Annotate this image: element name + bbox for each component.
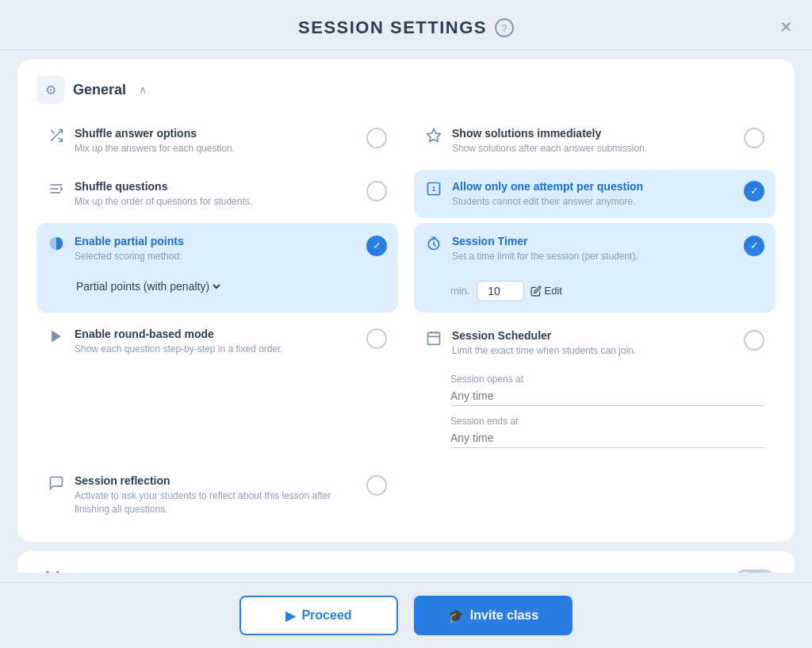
shuffle-answers-check[interactable] xyxy=(366,128,387,148)
session-timer-check[interactable]: ✓ xyxy=(744,236,764,256)
partial-points-check[interactable]: ✓ xyxy=(366,236,387,256)
partial-points-desc: Selected scoring method: xyxy=(75,250,357,263)
timer-edit-button[interactable]: Edit xyxy=(530,285,562,297)
setting-partial-points[interactable]: Enable partial points Selected scoring m… xyxy=(36,223,398,312)
shuffle-answers-name: Shuffle answer options xyxy=(75,126,357,140)
help-icon[interactable]: ? xyxy=(495,18,514,37)
proceed-label: Proceed xyxy=(301,608,351,623)
timer-input[interactable] xyxy=(477,281,524,301)
one-attempt-icon: 1 xyxy=(425,181,442,201)
svg-rect-7 xyxy=(428,332,440,344)
general-chevron[interactable]: ∧ xyxy=(139,83,147,96)
proceed-icon: ▶ xyxy=(285,608,295,623)
shuffle-questions-check[interactable] xyxy=(366,181,387,201)
partial-points-dropdown[interactable]: Partial points (with penalty) Partial po… xyxy=(73,279,223,293)
one-attempt-check[interactable]: ✓ xyxy=(744,181,764,201)
setting-show-solutions[interactable]: Show solutions immediately Show solution… xyxy=(414,117,776,165)
round-based-text: Enable round-based mode Show each questi… xyxy=(75,327,357,356)
gear-icon: ⚙ xyxy=(36,75,65,104)
seb-panel: 🦊 Safe Exam Browser ∨ xyxy=(17,551,795,573)
general-title: General xyxy=(73,82,126,98)
shuffle-answers-icon xyxy=(48,128,65,148)
proceed-button[interactable]: ▶ Proceed xyxy=(239,596,398,635)
seb-toggle[interactable] xyxy=(734,569,776,573)
session-scheduler-name: Session Scheduler xyxy=(452,328,734,343)
round-based-desc: Show each question step-by-step in a fix… xyxy=(75,343,357,356)
one-attempt-name: Allow only one attempt per question xyxy=(452,179,734,194)
shuffle-answers-text: Shuffle answer options Mix up the answer… xyxy=(75,126,357,155)
session-opens-input[interactable] xyxy=(450,386,764,406)
partial-points-icon xyxy=(48,236,65,255)
invite-class-button[interactable]: 🎓 Invite class xyxy=(414,596,573,635)
session-reflection-desc: Activate to ask your students to reflect… xyxy=(75,489,357,516)
timer-controls: min. Edit xyxy=(450,281,562,301)
general-panel: ⚙ General ∧ Shuffle answer options Mix u… xyxy=(17,59,795,542)
session-timer-text: Session Timer Set a time limit for the s… xyxy=(452,234,734,263)
session-reflection-icon xyxy=(48,475,65,495)
partial-points-text: Enable partial points Selected scoring m… xyxy=(75,234,357,263)
seb-toggle-switch[interactable] xyxy=(734,569,776,573)
settings-grid: Shuffle answer options Mix up the answer… xyxy=(36,117,776,526)
ends-label: Session ends at xyxy=(450,416,764,427)
one-attempt-desc: Students cannot edit their answer anymor… xyxy=(452,195,734,209)
session-reflection-text: Session reflection Activate to ask your … xyxy=(75,474,357,516)
session-timer-name: Session Timer xyxy=(452,234,734,248)
partial-points-name: Enable partial points xyxy=(75,234,357,248)
general-section-header: ⚙ General ∧ xyxy=(36,75,776,104)
toggle-knob xyxy=(737,572,754,573)
session-timer-icon xyxy=(425,236,442,255)
round-based-name: Enable round-based mode xyxy=(75,327,357,341)
setting-session-timer[interactable]: Session Timer Set a time limit for the s… xyxy=(414,223,776,312)
show-solutions-name: Show solutions immediately xyxy=(452,126,734,140)
opens-label: Session opens at xyxy=(450,374,764,385)
header-divider xyxy=(0,49,812,50)
round-based-check[interactable] xyxy=(366,328,387,349)
shuffle-questions-name: Shuffle questions xyxy=(75,179,357,194)
session-ends-input[interactable] xyxy=(450,428,764,448)
setting-session-reflection[interactable]: Session reflection Activate to ask your … xyxy=(36,464,398,526)
setting-round-based[interactable]: Enable round-based mode Show each questi… xyxy=(36,317,398,459)
dialog-header: SESSION SETTINGS ? ✕ xyxy=(0,0,812,49)
session-scheduler-check[interactable] xyxy=(744,330,764,351)
svg-text:1: 1 xyxy=(431,185,435,193)
setting-shuffle-answers[interactable]: Shuffle answer options Mix up the answer… xyxy=(36,117,398,165)
setting-one-attempt[interactable]: 1 Allow only one attempt per question St… xyxy=(414,170,776,218)
round-based-icon xyxy=(48,328,65,348)
svg-marker-6 xyxy=(52,330,61,342)
show-solutions-icon xyxy=(425,128,442,148)
session-reflection-name: Session reflection xyxy=(75,474,357,488)
seb-icon: 🦊 xyxy=(36,566,67,573)
close-button[interactable]: ✕ xyxy=(779,17,793,36)
shuffle-answers-desc: Mix up the answers for each question. xyxy=(75,142,357,155)
setting-shuffle-questions[interactable]: Shuffle questions Mix up the order of qu… xyxy=(36,170,398,218)
footer: ▶ Proceed 🎓 Invite class xyxy=(0,583,812,648)
session-scheduler-icon xyxy=(425,330,442,350)
timer-min-label: min. xyxy=(450,285,470,297)
one-attempt-text: Allow only one attempt per question Stud… xyxy=(452,179,734,209)
invite-icon: 🎓 xyxy=(448,608,464,623)
session-timer-desc: Set a time limit for the session (per st… xyxy=(452,250,734,263)
session-scheduler-text: Session Scheduler Limit the exact time w… xyxy=(452,328,734,358)
invite-label: Invite class xyxy=(470,608,538,623)
shuffle-questions-text: Shuffle questions Mix up the order of qu… xyxy=(75,179,357,209)
session-scheduler-desc: Limit the exact time when students can j… xyxy=(452,344,734,358)
shuffle-questions-icon xyxy=(48,181,65,201)
page-title: SESSION SETTINGS xyxy=(298,17,487,38)
edit-label: Edit xyxy=(545,285,562,297)
show-solutions-check[interactable] xyxy=(744,128,764,148)
setting-session-scheduler[interactable]: Session Scheduler Limit the exact time w… xyxy=(414,317,776,459)
session-reflection-check[interactable] xyxy=(366,475,387,496)
shuffle-questions-desc: Mix up the order of questions for studen… xyxy=(75,195,357,209)
main-content: ⚙ General ∧ Shuffle answer options Mix u… xyxy=(17,59,795,573)
partial-points-dropdown-row: Partial points (with penalty) Partial po… xyxy=(73,279,223,293)
show-solutions-text: Show solutions immediately Show solution… xyxy=(452,126,734,155)
show-solutions-desc: Show solutions after each answer submiss… xyxy=(452,142,734,155)
scheduler-fields: Session opens at Session ends at xyxy=(450,374,764,448)
